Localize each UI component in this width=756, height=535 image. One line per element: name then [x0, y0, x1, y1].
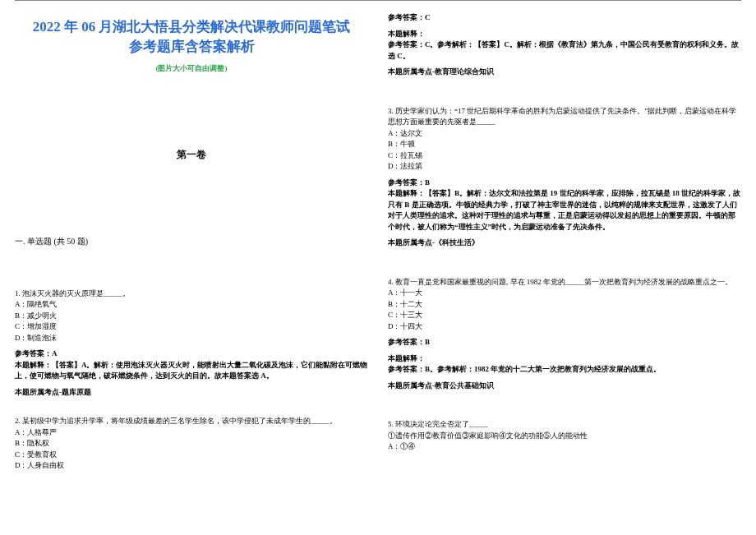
- left-column: 2022 年 06 月湖北大悟县分类解决代课教师问题笔试 参考题库含答案解析 (…: [15, 12, 368, 490]
- question-5: 5. 环境决定论完全否定了_____ ①遗传作用②教育价值③家庭影响④文化的功能…: [388, 419, 741, 453]
- q1-opt-d: D：制造泡沫: [15, 333, 368, 344]
- question-2: 2. 某初级中学为追求升学率，将年级成绩最差的三名学生除名，该中学侵犯了未成年学…: [15, 416, 368, 472]
- title-line2: 参考题库含答案解析: [129, 39, 255, 54]
- q3-answer: 参考答案：B: [388, 178, 741, 189]
- q4-opt-c: C：十三大: [388, 310, 741, 321]
- q2-explanation-label: 本题解释：: [388, 29, 741, 40]
- q3-explanation: 本题解释：【答案】B。解析：达尔文和法拉第是 19 世纪的科学家，应排除，拉瓦锡…: [388, 188, 741, 233]
- q2-answer: 参考答案：C: [388, 12, 741, 24]
- q5-sub: ①遗传作用②教育价值③家庭影响④文化的功能⑤人的能动性: [388, 431, 741, 442]
- q1-stem: 1. 泡沫灭火器的灭火原理是_____。: [15, 288, 368, 300]
- q1-opt-a: A：隔绝氧气: [15, 299, 368, 311]
- q4-opt-d: D：十四大: [388, 321, 741, 333]
- q1-point: 本题所属考点-题库原题: [15, 387, 368, 399]
- q1-explanation: 本题解释：【答案】A。解析：使用泡沫灭火器灭火时，能喷射出大量二氧化碳及泡沫，它…: [15, 360, 368, 382]
- q2-stem: 2. 某初级中学为追求升学率，将年级成绩最差的三名学生除名，该中学侵犯了未成年学…: [15, 416, 368, 427]
- q3-opt-c: C：拉瓦锡: [388, 150, 741, 162]
- q5-stem: 5. 环境决定论完全否定了_____: [388, 419, 741, 431]
- q1-answer: 参考答案：A: [15, 348, 368, 360]
- q2-opt-d: D：人身自由权: [15, 460, 368, 472]
- section-heading: 一. 单选题 (共 50 题): [15, 236, 368, 247]
- q3-opt-d: D：法拉第: [388, 161, 741, 173]
- q2-explanation: 参考答案：C。参考解析：【答案】C。解析：根据《教育法》第九条，中国公民有受教育…: [388, 39, 741, 62]
- q3-opt-a: A：达尔文: [388, 128, 741, 140]
- question-2-cont: 参考答案：C 本题解释： 参考答案：C。参考解析：【答案】C。解析：根据《教育法…: [388, 12, 741, 78]
- q4-opt-a: A：十一大: [388, 288, 741, 299]
- q4-point: 本题所属考点-教育公共基础知识: [388, 380, 741, 392]
- q4-answer: 参考答案：B: [388, 337, 741, 348]
- q4-opt-b: B：十二大: [388, 299, 741, 311]
- doc-subtitle: (图片大小可自由调整): [15, 63, 368, 74]
- q2-opt-a: A：人格尊严: [15, 427, 368, 439]
- title-line1: 2022 年 06 月湖北大悟县分类解决代课教师问题笔试: [33, 19, 351, 35]
- q4-explanation-label: 本题解释：: [388, 353, 741, 365]
- doc-title: 2022 年 06 月湖北大悟县分类解决代课教师问题笔试 参考题库含答案解析: [15, 17, 368, 57]
- q2-point: 本题所属考点-教育理论综合知识: [388, 67, 741, 78]
- q1-opt-b: B：减少明火: [15, 311, 368, 322]
- q2-opt-c: C：受教育权: [15, 450, 368, 461]
- question-4: 4. 教育一直是党和国家最重视的问题, 早在 1982 年党的_____第一次把…: [388, 277, 741, 392]
- volume-heading: 第一卷: [15, 148, 368, 162]
- question-1: 1. 泡沫灭火器的灭火原理是_____。 A：隔绝氧气 B：减少明火 C：增加湿…: [15, 288, 368, 399]
- q3-point: 本题所属考点-《科技生活》: [388, 238, 741, 249]
- q3-stem: 3. 历史学家们认为：“17 世纪后期科学革命的胜利为启蒙运动提供了先决条件。”…: [388, 106, 741, 128]
- q2-opt-b: B：隐私权: [15, 438, 368, 450]
- right-column: 参考答案：C 本题解释： 参考答案：C。参考解析：【答案】C。解析：根据《教育法…: [388, 12, 741, 490]
- q5-opt-a: A：①④: [388, 441, 741, 453]
- q1-opt-c: C：增加湿度: [15, 321, 368, 333]
- q4-stem: 4. 教育一直是党和国家最重视的问题, 早在 1982 年党的_____第一次把…: [388, 277, 741, 288]
- question-3: 3. 历史学家们认为：“17 世纪后期科学革命的胜利为启蒙运动提供了先决条件。”…: [388, 106, 741, 249]
- q4-explanation: 参考答案：B。参考解析：1982 年党的十二大第一次把教育列为经济发展的战重点。: [388, 364, 741, 376]
- q3-opt-b: B：牛顿: [388, 139, 741, 150]
